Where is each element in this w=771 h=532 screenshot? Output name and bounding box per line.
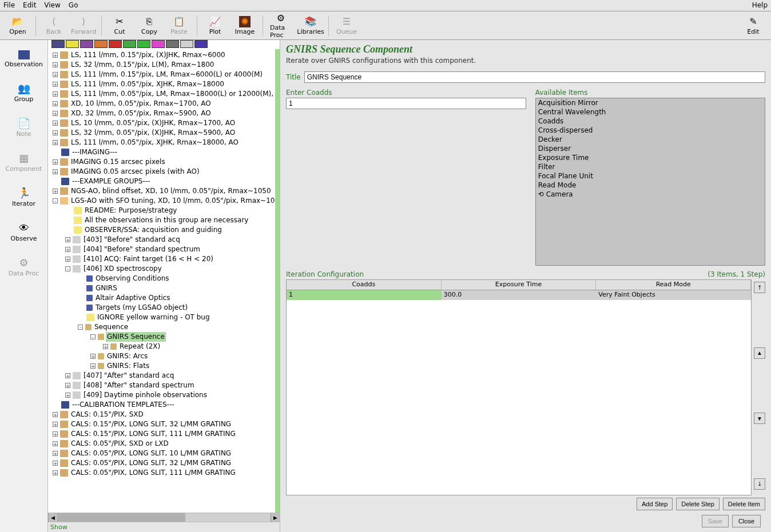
color-swatch[interactable]: [194, 40, 208, 48]
available-item[interactable]: Read Mode: [536, 181, 765, 190]
tree-expander[interactable]: +: [53, 431, 58, 437]
tree-row[interactable]: +[404] "Before" standard spectrum: [48, 245, 275, 254]
color-swatch[interactable]: [166, 40, 179, 48]
tree-expander[interactable]: +: [53, 130, 58, 135]
tree-row[interactable]: +LS, 111 l/mm, 0.15"/pix, LM, Rmax~6000(…: [48, 70, 275, 79]
tree-expander[interactable]: +: [90, 363, 96, 369]
table-cell[interactable]: 300.0: [442, 290, 597, 300]
color-swatch[interactable]: [94, 40, 108, 48]
tree-row[interactable]: ---EXAMPLE GROUPS---: [48, 177, 275, 186]
color-swatch[interactable]: [66, 40, 79, 48]
table-row[interactable]: 1300.0Very Faint Objects: [287, 290, 751, 300]
tree-row[interactable]: Observing Conditions: [48, 274, 275, 283]
side-observe[interactable]: 👁Observe: [3, 217, 45, 251]
move-up-button[interactable]: ▲: [754, 347, 765, 359]
menu-help[interactable]: Help: [752, 1, 768, 10]
color-swatch[interactable]: [80, 40, 93, 48]
tree-expander[interactable]: +: [90, 354, 96, 359]
tree-row[interactable]: +LS, 111 l/mm, 0.15"/pix, (X)JHK, Rmax~6…: [48, 50, 275, 60]
available-item[interactable]: Decker: [536, 135, 765, 144]
horizontal-scrollbar[interactable]: ◀▶: [48, 513, 280, 522]
available-items-list[interactable]: Acquisition MirrorCentral WavelengthCoad…: [535, 98, 765, 266]
tree-expander[interactable]: +: [53, 441, 58, 446]
paste-button[interactable]: 📋Paste: [165, 14, 193, 38]
delete-item-button[interactable]: Delete Item: [723, 498, 765, 510]
side-component[interactable]: ▦Component: [3, 147, 45, 182]
tree-expander[interactable]: -: [53, 198, 58, 203]
column-header[interactable]: Coadds: [287, 280, 442, 290]
menu-edit[interactable]: Edit: [23, 1, 36, 10]
color-swatch[interactable]: [51, 40, 65, 48]
tree-expander[interactable]: +: [53, 461, 58, 466]
back-button[interactable]: ⟨Back: [39, 14, 68, 38]
column-header[interactable]: Exposure Time: [442, 280, 597, 290]
side-iterator[interactable]: 🏃Iterator: [3, 182, 45, 217]
title-input[interactable]: [304, 71, 765, 83]
side-note[interactable]: 📄Note: [3, 112, 45, 147]
tree-row[interactable]: +LS, 111 l/mm, 0.05"/pix, LM, Rmax~18000…: [48, 89, 275, 99]
tree-expander[interactable]: +: [65, 383, 70, 388]
image-button[interactable]: ✺Image: [230, 14, 259, 38]
side-group[interactable]: 👥Group: [3, 77, 45, 112]
tree-row[interactable]: +[408] "After" standard spectrum: [48, 381, 275, 390]
color-swatch[interactable]: [152, 40, 165, 48]
tree-expander[interactable]: +: [53, 140, 58, 145]
edit-button[interactable]: ✎Edit: [739, 14, 768, 38]
tree-expander[interactable]: +: [53, 82, 58, 87]
move-top-button[interactable]: ⤒: [754, 282, 765, 293]
tree-expander[interactable]: +: [53, 121, 58, 126]
available-item[interactable]: Focal Plane Unit: [536, 171, 765, 181]
available-item[interactable]: ⟲ Camera: [536, 190, 765, 199]
tree-expander[interactable]: +: [53, 62, 58, 67]
tree-expander[interactable]: +: [65, 393, 70, 398]
menu-file[interactable]: File: [3, 1, 15, 10]
tree-expander[interactable]: +: [53, 101, 58, 106]
tree-row[interactable]: +CALS: 0.15"/PIX, LONG SLIT, 111 L/MM GR…: [48, 429, 275, 439]
tree-row[interactable]: ---CALIBRATION TEMPLATES---: [48, 400, 275, 410]
tree-row[interactable]: +LS, 10 l/mm, 0.05"/pix, (X)JHK, Rmax~17…: [48, 118, 275, 128]
tree-row[interactable]: +Repeat (2X): [48, 342, 275, 351]
tree-expander[interactable]: +: [65, 373, 70, 378]
tree-row[interactable]: +XD, 10 l/mm, 0.05"/pix, Rmax~1700, AO: [48, 99, 275, 109]
tree-row[interactable]: +CALS: 0.05"/PIX, LONG SLIT, 111 L/MM GR…: [48, 468, 275, 478]
plot-button[interactable]: 📈Plot: [201, 14, 229, 38]
tree-expander[interactable]: +: [53, 53, 58, 58]
color-swatch[interactable]: [109, 40, 122, 48]
color-swatch[interactable]: [137, 40, 150, 48]
tree-row[interactable]: +GNIRS: Arcs: [48, 351, 275, 361]
menu-go[interactable]: Go: [69, 1, 78, 10]
tree-row[interactable]: +IMAGING 0.05 arcsec pixels (with AO): [48, 167, 275, 177]
tree-row[interactable]: +LS, 32 l/mm, 0.15"/pix, L(M), Rmax~1800: [48, 60, 275, 70]
table-cell[interactable]: Very Faint Objects: [596, 290, 751, 300]
tree-row[interactable]: +GNIRS: Flats: [48, 361, 275, 371]
tree-row[interactable]: +CALS: 0.15"/PIX, LONG SLIT, 32 L/MM GRA…: [48, 419, 275, 429]
queue-button[interactable]: ☰Queue: [332, 14, 361, 38]
tree-row[interactable]: -Sequence: [48, 322, 275, 332]
tree-expander[interactable]: +: [53, 189, 58, 194]
tree-expander[interactable]: +: [65, 257, 70, 262]
available-item[interactable]: Cross-dispersed: [536, 126, 765, 135]
tree-row[interactable]: -LGS-AO with SFO tuning, XD, 10 l/mm, 0.…: [48, 196, 275, 206]
coadds-input[interactable]: [286, 98, 526, 109]
tree-row[interactable]: +NGS-AO, blind offset, XD, 10 l/mm, 0.05…: [48, 186, 275, 196]
tree-row[interactable]: +XD, 32 l/mm, 0.05"/pix, Rmax~5900, AO: [48, 109, 275, 118]
available-item[interactable]: Exposure Time: [536, 153, 765, 162]
available-item[interactable]: Central Wavelength: [536, 107, 765, 117]
close-button[interactable]: Close: [732, 515, 761, 527]
program-tree[interactable]: +LS, 111 l/mm, 0.15"/pix, (X)JHK, Rmax~6…: [48, 49, 280, 513]
tree-row[interactable]: -[406] XD spectroscopy: [48, 264, 275, 274]
cut-button[interactable]: ✂Cut: [105, 14, 134, 38]
tree-expander[interactable]: +: [53, 159, 58, 165]
side-observation[interactable]: Observation: [3, 46, 45, 77]
tree-expander[interactable]: +: [53, 422, 58, 427]
dataproc-button[interactable]: ⚙Data Proc: [267, 14, 295, 38]
tree-row[interactable]: +IMAGING 0.15 arcsec pixels: [48, 157, 275, 167]
available-item[interactable]: Acquisition Mirror: [536, 98, 765, 107]
available-item[interactable]: Coadds: [536, 117, 765, 126]
tree-expander[interactable]: +: [53, 169, 58, 174]
table-cell[interactable]: 1: [287, 290, 442, 300]
tree-expander[interactable]: -: [90, 334, 96, 339]
menu-view[interactable]: View: [44, 1, 60, 10]
available-item[interactable]: Filter: [536, 162, 765, 171]
tree-row[interactable]: +CALS: 0.05"/PIX, SXD or LXD: [48, 439, 275, 449]
